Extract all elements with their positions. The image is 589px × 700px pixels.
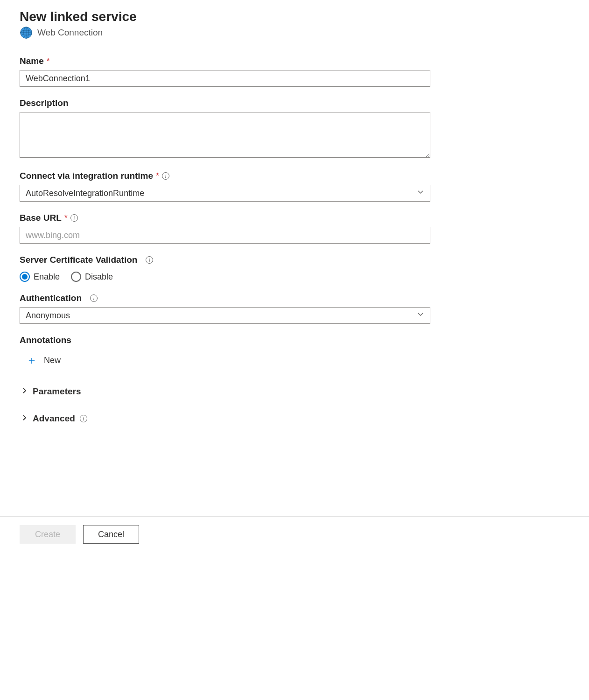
radio-disable[interactable]: Disable xyxy=(71,272,113,282)
name-label: Name xyxy=(20,56,44,66)
server-cert-label: Server Certificate Validation xyxy=(20,255,137,265)
plus-icon: ＋ xyxy=(26,353,37,368)
advanced-label: Advanced xyxy=(33,413,75,424)
required-star-icon: * xyxy=(156,171,159,181)
parameters-section[interactable]: Parameters xyxy=(20,383,569,400)
add-annotation-button[interactable]: ＋ New xyxy=(20,349,569,371)
chevron-right-icon xyxy=(21,387,28,396)
base-url-input[interactable] xyxy=(20,227,430,244)
add-annotation-label: New xyxy=(44,356,61,365)
description-label: Description xyxy=(20,98,69,108)
radio-selected-icon xyxy=(20,272,30,282)
radio-enable[interactable]: Enable xyxy=(20,272,60,282)
base-url-label: Base URL xyxy=(20,213,62,223)
info-icon[interactable]: i xyxy=(162,172,169,180)
info-icon[interactable]: i xyxy=(80,415,87,422)
globe-icon xyxy=(20,26,33,39)
annotations-label: Annotations xyxy=(20,335,71,345)
integration-runtime-label: Connect via integration runtime xyxy=(20,171,153,181)
authentication-select[interactable]: Anonymous xyxy=(20,307,430,324)
footer: Create Cancel xyxy=(0,516,589,552)
advanced-section[interactable]: Advanced i xyxy=(20,410,569,427)
integration-runtime-select[interactable]: AutoResolveIntegrationRuntime xyxy=(20,185,430,202)
info-icon[interactable]: i xyxy=(146,256,153,264)
create-button[interactable]: Create xyxy=(20,525,76,544)
info-icon[interactable]: i xyxy=(70,214,78,222)
info-icon[interactable]: i xyxy=(90,294,98,302)
required-star-icon: * xyxy=(47,56,50,66)
chevron-right-icon xyxy=(21,414,28,423)
parameters-label: Parameters xyxy=(33,386,81,397)
subtitle-text: Web Connection xyxy=(37,28,103,38)
radio-disable-label: Disable xyxy=(85,272,113,282)
page-title: New linked service xyxy=(20,9,569,24)
name-input[interactable] xyxy=(20,70,430,87)
cancel-button[interactable]: Cancel xyxy=(83,525,139,544)
radio-enable-label: Enable xyxy=(34,272,60,282)
radio-unselected-icon xyxy=(71,272,81,282)
authentication-label: Authentication xyxy=(20,293,82,303)
description-input[interactable] xyxy=(20,112,430,158)
subtitle-row: Web Connection xyxy=(20,26,569,39)
required-star-icon: * xyxy=(64,213,68,223)
